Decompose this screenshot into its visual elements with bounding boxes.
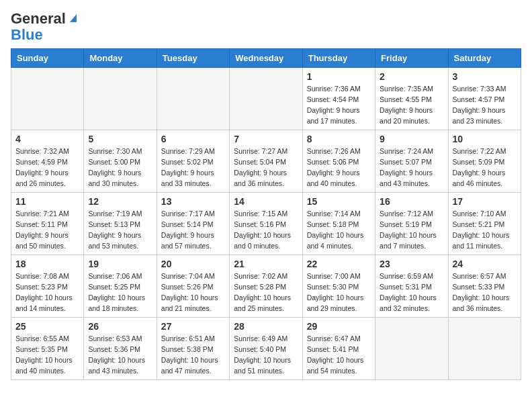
calendar-cell: 25Sunrise: 6:55 AM Sunset: 5:35 PM Dayli… [11, 318, 84, 380]
weekday-header: Sunday [11, 49, 84, 68]
day-number: 21 [234, 259, 298, 269]
weekday-header: Friday [375, 49, 448, 68]
day-info: Sunrise: 7:08 AM Sunset: 5:23 PM Dayligh… [15, 271, 79, 314]
calendar-cell: 2Sunrise: 7:35 AM Sunset: 4:55 PM Daylig… [375, 68, 448, 130]
calendar-cell: 1Sunrise: 7:36 AM Sunset: 4:54 PM Daylig… [302, 68, 375, 130]
calendar-cell [157, 68, 229, 130]
calendar-cell: 12Sunrise: 7:19 AM Sunset: 5:13 PM Dayli… [84, 193, 157, 255]
day-info: Sunrise: 7:30 AM Sunset: 5:00 PM Dayligh… [88, 146, 152, 189]
day-number: 19 [88, 259, 152, 269]
calendar-cell: 10Sunrise: 7:22 AM Sunset: 5:09 PM Dayli… [448, 130, 521, 193]
calendar-cell [11, 68, 84, 130]
day-info: Sunrise: 7:17 AM Sunset: 5:14 PM Dayligh… [161, 209, 225, 251]
calendar-cell [375, 318, 448, 380]
day-number: 2 [380, 71, 443, 82]
day-number: 16 [380, 196, 443, 207]
day-info: Sunrise: 6:57 AM Sunset: 5:33 PM Dayligh… [453, 271, 517, 314]
logo-blue-text: Blue [11, 26, 43, 43]
day-info: Sunrise: 6:53 AM Sunset: 5:36 PM Dayligh… [88, 334, 152, 376]
calendar-cell: 6Sunrise: 7:29 AM Sunset: 5:02 PM Daylig… [157, 130, 229, 193]
calendar-cell: 23Sunrise: 6:59 AM Sunset: 5:31 PM Dayli… [375, 255, 448, 318]
calendar-cell [84, 68, 157, 130]
calendar-cell: 19Sunrise: 7:06 AM Sunset: 5:25 PM Dayli… [84, 255, 157, 318]
calendar-cell: 7Sunrise: 7:27 AM Sunset: 5:04 PM Daylig… [230, 130, 302, 193]
calendar-cell: 26Sunrise: 6:53 AM Sunset: 5:36 PM Dayli… [84, 318, 157, 380]
day-info: Sunrise: 7:21 AM Sunset: 5:11 PM Dayligh… [15, 209, 79, 251]
calendar-cell: 27Sunrise: 6:51 AM Sunset: 5:38 PM Dayli… [157, 318, 229, 380]
day-info: Sunrise: 7:35 AM Sunset: 4:55 PM Dayligh… [380, 84, 443, 126]
calendar-cell: 16Sunrise: 7:12 AM Sunset: 5:19 PM Dayli… [375, 193, 448, 255]
day-info: Sunrise: 7:15 AM Sunset: 5:16 PM Dayligh… [234, 209, 298, 251]
calendar-cell: 5Sunrise: 7:30 AM Sunset: 5:00 PM Daylig… [84, 130, 157, 193]
day-info: Sunrise: 7:24 AM Sunset: 5:07 PM Dayligh… [380, 146, 443, 189]
weekday-header: Tuesday [157, 49, 229, 68]
day-number: 17 [453, 196, 517, 207]
weekday-header-row: SundayMondayTuesdayWednesdayThursdayFrid… [11, 49, 521, 68]
weekday-header: Monday [84, 49, 157, 68]
day-info: Sunrise: 6:47 AM Sunset: 5:41 PM Dayligh… [307, 334, 371, 376]
day-info: Sunrise: 7:32 AM Sunset: 4:59 PM Dayligh… [15, 146, 79, 189]
logo: General Blue [11, 11, 79, 43]
calendar-cell: 20Sunrise: 7:04 AM Sunset: 5:26 PM Dayli… [157, 255, 229, 318]
weekday-header: Wednesday [230, 49, 302, 68]
day-number: 20 [161, 259, 225, 269]
day-number: 22 [307, 259, 371, 269]
calendar-cell: 22Sunrise: 7:00 AM Sunset: 5:30 PM Dayli… [302, 255, 375, 318]
day-number: 24 [453, 259, 517, 269]
day-number: 25 [15, 321, 79, 332]
logo-text: General [11, 11, 66, 27]
day-info: Sunrise: 7:12 AM Sunset: 5:19 PM Dayligh… [380, 209, 443, 251]
calendar-cell: 8Sunrise: 7:26 AM Sunset: 5:06 PM Daylig… [302, 130, 375, 193]
day-number: 29 [307, 321, 371, 332]
calendar-cell: 9Sunrise: 7:24 AM Sunset: 5:07 PM Daylig… [375, 130, 448, 193]
day-number: 6 [161, 134, 225, 144]
day-info: Sunrise: 7:29 AM Sunset: 5:02 PM Dayligh… [161, 146, 225, 189]
calendar-week-row: 25Sunrise: 6:55 AM Sunset: 5:35 PM Dayli… [11, 318, 521, 380]
day-info: Sunrise: 7:04 AM Sunset: 5:26 PM Dayligh… [161, 271, 225, 314]
day-number: 15 [307, 196, 371, 207]
weekday-header: Saturday [448, 49, 521, 68]
calendar-cell: 28Sunrise: 6:49 AM Sunset: 5:40 PM Dayli… [230, 318, 302, 380]
day-number: 8 [307, 134, 371, 144]
calendar-cell: 14Sunrise: 7:15 AM Sunset: 5:16 PM Dayli… [230, 193, 302, 255]
day-number: 4 [15, 134, 79, 144]
day-info: Sunrise: 7:26 AM Sunset: 5:06 PM Dayligh… [307, 146, 371, 189]
day-number: 27 [161, 321, 225, 332]
day-number: 18 [15, 259, 79, 269]
calendar-cell: 18Sunrise: 7:08 AM Sunset: 5:23 PM Dayli… [11, 255, 84, 318]
calendar-week-row: 11Sunrise: 7:21 AM Sunset: 5:11 PM Dayli… [11, 193, 521, 255]
calendar-week-row: 4Sunrise: 7:32 AM Sunset: 4:59 PM Daylig… [11, 130, 521, 193]
calendar-cell: 29Sunrise: 6:47 AM Sunset: 5:41 PM Dayli… [302, 318, 375, 380]
day-info: Sunrise: 7:06 AM Sunset: 5:25 PM Dayligh… [88, 271, 152, 314]
calendar-table: SundayMondayTuesdayWednesdayThursdayFrid… [11, 48, 521, 380]
day-number: 5 [88, 134, 152, 144]
day-number: 28 [234, 321, 298, 332]
day-number: 12 [88, 196, 152, 207]
calendar-cell: 13Sunrise: 7:17 AM Sunset: 5:14 PM Dayli… [157, 193, 229, 255]
day-info: Sunrise: 6:55 AM Sunset: 5:35 PM Dayligh… [15, 334, 79, 376]
weekday-header: Thursday [302, 49, 375, 68]
page-header: General Blue [11, 11, 521, 43]
day-info: Sunrise: 7:02 AM Sunset: 5:28 PM Dayligh… [234, 271, 298, 314]
day-number: 9 [380, 134, 443, 144]
calendar-cell: 24Sunrise: 6:57 AM Sunset: 5:33 PM Dayli… [448, 255, 521, 318]
calendar-cell: 15Sunrise: 7:14 AM Sunset: 5:18 PM Dayli… [302, 193, 375, 255]
day-number: 26 [88, 321, 152, 332]
calendar-cell [230, 68, 302, 130]
calendar-cell: 21Sunrise: 7:02 AM Sunset: 5:28 PM Dayli… [230, 255, 302, 318]
day-info: Sunrise: 6:49 AM Sunset: 5:40 PM Dayligh… [234, 334, 298, 376]
day-info: Sunrise: 7:19 AM Sunset: 5:13 PM Dayligh… [88, 209, 152, 251]
logo-icon [67, 11, 79, 24]
calendar-week-row: 18Sunrise: 7:08 AM Sunset: 5:23 PM Dayli… [11, 255, 521, 318]
day-info: Sunrise: 7:00 AM Sunset: 5:30 PM Dayligh… [307, 271, 371, 314]
calendar-cell: 17Sunrise: 7:10 AM Sunset: 5:21 PM Dayli… [448, 193, 521, 255]
day-number: 10 [453, 134, 517, 144]
day-number: 7 [234, 134, 298, 144]
day-number: 14 [234, 196, 298, 207]
day-number: 11 [15, 196, 79, 207]
day-number: 23 [380, 259, 443, 269]
calendar-cell: 3Sunrise: 7:33 AM Sunset: 4:57 PM Daylig… [448, 68, 521, 130]
day-info: Sunrise: 7:33 AM Sunset: 4:57 PM Dayligh… [453, 84, 517, 126]
day-info: Sunrise: 7:36 AM Sunset: 4:54 PM Dayligh… [307, 84, 371, 126]
day-info: Sunrise: 7:27 AM Sunset: 5:04 PM Dayligh… [234, 146, 298, 189]
